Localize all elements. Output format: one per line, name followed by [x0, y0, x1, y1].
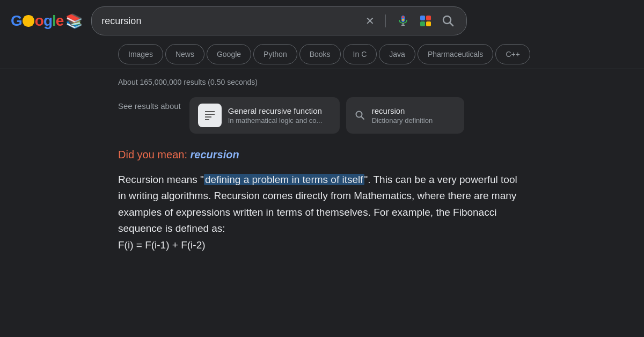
result-card-dictionary[interactable]: recursion Dictionary definition — [346, 97, 464, 134]
svg-line-7 — [31, 17, 33, 18]
logo-book-emoji: 📚 — [65, 13, 83, 30]
card-title-dictionary: recursion — [372, 106, 433, 115]
main-content: About 165,000,000 results (0.50 seconds)… — [0, 69, 644, 262]
description-highlight: defining a problem in terms of itself — [204, 174, 364, 185]
search-bar: ✕ — [91, 6, 467, 35]
clear-icon: ✕ — [365, 14, 375, 27]
svg-line-26 — [361, 117, 364, 120]
tab-python[interactable]: Python — [253, 44, 297, 64]
lens-button[interactable] — [417, 12, 434, 30]
card-title-recursive: General recursive function — [228, 106, 323, 115]
clear-button[interactable]: ✕ — [363, 12, 377, 30]
tab-images[interactable]: Images — [118, 44, 163, 64]
sun-icon — [23, 15, 34, 27]
google-logo[interactable]: G ogle 📚 — [11, 12, 83, 30]
search-submit-button[interactable] — [440, 12, 457, 30]
logo-text: G ogle — [11, 12, 63, 30]
tab-google[interactable]: Google — [207, 44, 251, 64]
description-start: Recursion means " — [118, 174, 204, 185]
card-icon-recursive — [198, 104, 222, 127]
card-text-dictionary: recursion Dictionary definition — [372, 106, 433, 124]
svg-rect-11 — [402, 19, 404, 21]
result-stats: About 165,000,000 results (0.50 seconds) — [118, 78, 526, 86]
svg-line-19 — [450, 23, 453, 26]
did-you-mean-link[interactable]: recursion — [191, 149, 239, 160]
card-subtitle-dictionary: Dictionary definition — [372, 116, 433, 124]
dictionary-search-icon — [355, 110, 365, 121]
svg-point-0 — [25, 18, 32, 24]
see-results-label: See results about — [118, 97, 181, 111]
did-you-mean-prefix: Did you mean: — [118, 149, 191, 160]
tab-cpp[interactable]: C++ — [495, 44, 530, 64]
header: G ogle 📚 ✕ — [0, 0, 644, 42]
card-text-recursive: General recursive function In mathematic… — [228, 106, 323, 124]
tab-inc[interactable]: In C — [343, 44, 377, 64]
card-subtitle-recursive: In mathematical logic and co... — [228, 116, 323, 124]
see-results-row: See results about General recursive func… — [118, 97, 526, 134]
result-cards: General recursive function In mathematic… — [189, 97, 464, 134]
svg-rect-15 — [426, 16, 431, 20]
svg-rect-10 — [402, 16, 404, 18]
svg-line-5 — [24, 17, 26, 18]
nav-tabs: Images News Google Python Books In C Jav… — [0, 42, 644, 69]
tab-pharmaceuticals[interactable]: Pharmaceuticals — [418, 44, 494, 64]
svg-line-6 — [31, 24, 33, 25]
description: Recursion means "defining a problem in t… — [118, 172, 526, 253]
search-submit-icon — [442, 14, 455, 27]
mic-icon — [397, 14, 409, 27]
description-end: F(i) = F(i-1) + F(i-2) — [118, 239, 206, 251]
search-divider — [385, 14, 386, 27]
search-input[interactable] — [101, 16, 358, 27]
svg-rect-17 — [426, 21, 431, 26]
svg-rect-20 — [203, 108, 217, 122]
tab-books[interactable]: Books — [299, 44, 341, 64]
recursive-icon — [202, 107, 218, 123]
tab-java[interactable]: Java — [379, 44, 415, 64]
result-card-recursive-function[interactable]: General recursive function In mathematic… — [189, 97, 340, 134]
mic-button[interactable] — [394, 12, 412, 30]
tab-news[interactable]: News — [165, 44, 204, 64]
svg-line-8 — [24, 24, 26, 25]
svg-rect-16 — [420, 21, 425, 26]
svg-rect-14 — [420, 16, 425, 20]
lens-icon — [419, 14, 432, 27]
did-you-mean: Did you mean: recursion — [118, 149, 526, 161]
